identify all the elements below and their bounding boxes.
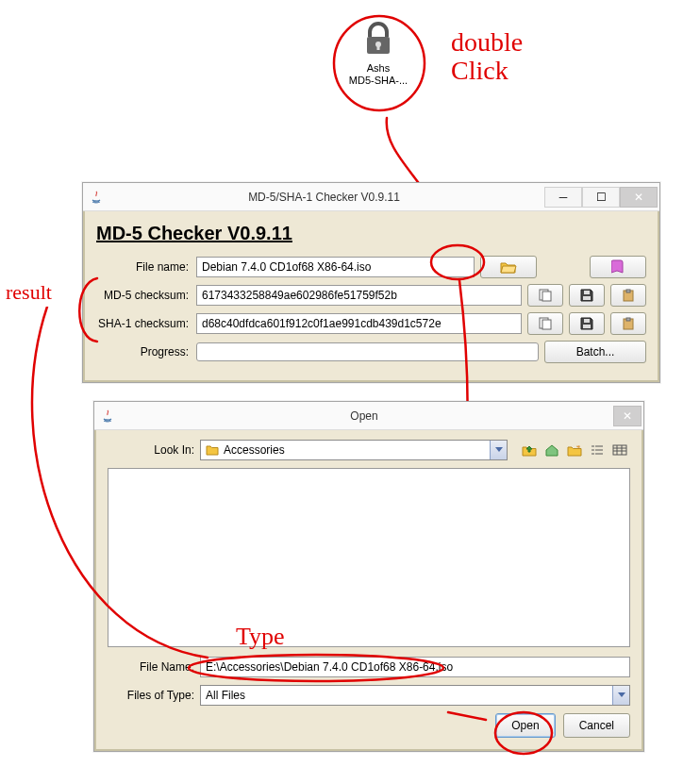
book-icon <box>611 259 625 275</box>
folder-icon <box>206 444 219 456</box>
file-list-area[interactable] <box>108 468 630 647</box>
copy-icon <box>539 289 552 302</box>
details-view-button[interactable] <box>609 440 630 460</box>
look-in-combo[interactable]: Accessories <box>200 440 508 460</box>
sha1-save-button[interactable] <box>569 312 605 335</box>
list-icon <box>590 443 605 457</box>
svg-rect-13 <box>583 325 591 328</box>
svg-rect-2 <box>377 44 380 50</box>
details-icon <box>612 443 627 457</box>
batch-button[interactable]: Batch... <box>544 341 646 363</box>
home-icon <box>544 443 559 457</box>
svg-rect-9 <box>626 290 630 292</box>
folder-new-icon <box>567 443 582 457</box>
checker-heading: MD-5 Checker V0.9.11 <box>96 223 646 244</box>
files-of-type-value: All Files <box>206 689 245 702</box>
annotation-result-text: result <box>6 280 52 305</box>
open-file-name-field[interactable] <box>200 657 630 677</box>
up-one-level-button[interactable] <box>519 440 540 460</box>
look-in-label: Look In: <box>108 443 194 457</box>
clipboard-icon <box>622 317 635 330</box>
sha1-field[interactable] <box>196 313 522 334</box>
lock-icon <box>359 21 397 58</box>
new-folder-button[interactable] <box>564 440 585 460</box>
progress-bar <box>196 342 539 361</box>
files-of-type-combo[interactable]: All Files <box>200 685 630 706</box>
folder-up-icon <box>522 443 537 457</box>
open-dialog-close-button[interactable]: ✕ <box>613 406 642 426</box>
md5-copy-button[interactable] <box>527 284 563 307</box>
java-icon <box>89 190 104 205</box>
clipboard-icon <box>622 289 635 302</box>
desktop-shortcut-label: Ashs MD5-SHA-... <box>336 62 421 87</box>
look-in-value: Accessories <box>224 443 285 457</box>
copy-icon <box>539 317 552 330</box>
open-dialog-titlebar[interactable]: Open ✕ <box>94 402 643 430</box>
sha1-label: SHA-1 checksum: <box>96 317 191 330</box>
checker-title: MD-5/SHA-1 Checker V0.9.11 <box>109 191 539 204</box>
home-button[interactable] <box>542 440 562 460</box>
checker-window: MD-5/SHA-1 Checker V0.9.11 ─ ☐ ✕ MD-5 Ch… <box>82 182 660 383</box>
chevron-down-icon <box>490 441 507 459</box>
annotation-double-click-text: double Click <box>451 28 523 85</box>
cancel-button[interactable]: Cancel <box>563 713 630 738</box>
file-name-label: File name: <box>96 260 191 274</box>
svg-rect-5 <box>542 292 551 301</box>
open-file-name-label: File Name: <box>108 660 194 674</box>
window-minimize-button[interactable]: ─ <box>544 187 582 208</box>
svg-rect-17 <box>613 445 626 455</box>
chevron-down-icon <box>612 686 629 705</box>
md5-label: MD-5 checksum: <box>96 289 191 302</box>
save-icon <box>580 289 593 302</box>
svg-rect-15 <box>626 318 630 321</box>
svg-rect-7 <box>583 296 591 300</box>
window-close-button[interactable]: ✕ <box>620 187 658 208</box>
files-of-type-label: Files of Type: <box>108 689 194 702</box>
batch-button-label: Batch... <box>576 345 615 358</box>
open-dialog-title: Open <box>121 409 608 423</box>
sha1-copy-button[interactable] <box>527 312 563 335</box>
open-dialog-window: Open ✕ Look In: Accessories <box>93 401 644 752</box>
svg-rect-11 <box>542 320 551 329</box>
save-icon <box>580 317 593 330</box>
file-name-field[interactable] <box>196 257 475 277</box>
folder-open-icon <box>500 260 517 274</box>
browse-button[interactable] <box>480 256 537 278</box>
list-view-button[interactable] <box>587 440 608 460</box>
java-icon <box>100 409 115 424</box>
svg-rect-12 <box>584 319 590 323</box>
progress-label: Progress: <box>96 345 191 358</box>
window-maximize-button[interactable]: ☐ <box>582 187 620 208</box>
svg-rect-6 <box>584 291 590 294</box>
open-button[interactable]: Open <box>495 713 555 738</box>
desktop-shortcut[interactable]: Ashs MD5-SHA-... <box>336 21 421 87</box>
md5-field[interactable] <box>196 285 522 306</box>
md5-paste-button[interactable] <box>610 284 646 307</box>
sha1-paste-button[interactable] <box>610 312 646 335</box>
md5-save-button[interactable] <box>569 284 605 307</box>
checker-titlebar[interactable]: MD-5/SHA-1 Checker V0.9.11 ─ ☐ ✕ <box>83 183 659 211</box>
help-button[interactable] <box>590 256 646 278</box>
